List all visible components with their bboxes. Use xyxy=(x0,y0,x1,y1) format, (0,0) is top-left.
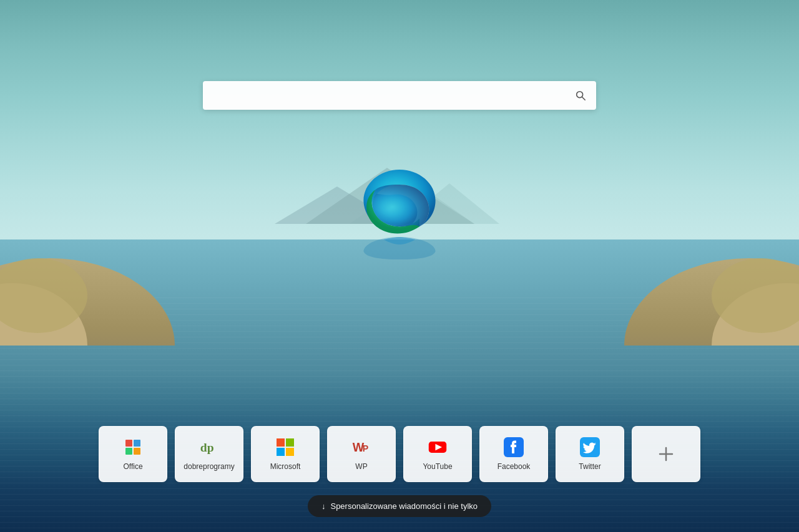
edge-logo xyxy=(350,160,449,259)
svg-text:P: P xyxy=(363,443,368,453)
svg-line-11 xyxy=(582,97,586,100)
quick-link-dobreprogramy[interactable]: dp dobreprogramy xyxy=(175,426,243,482)
main-content: Office dp dobreprogramy Microsoft xyxy=(0,0,799,532)
youtube-label: YouTube xyxy=(423,462,452,471)
twitter-label: Twitter xyxy=(579,462,600,471)
quick-link-wp[interactable]: W P WP xyxy=(327,426,396,482)
quick-link-add[interactable] xyxy=(632,426,700,482)
office-icon xyxy=(123,437,143,457)
bottom-notification-icon: ↓ xyxy=(321,501,326,511)
wp-icon: W P xyxy=(351,437,371,457)
quick-link-office[interactable]: Office xyxy=(99,426,167,482)
svg-point-10 xyxy=(577,92,583,98)
quick-link-twitter[interactable]: Twitter xyxy=(556,426,624,482)
svg-rect-18 xyxy=(286,438,294,447)
edge-logo-container xyxy=(350,160,449,259)
search-button[interactable] xyxy=(565,81,596,110)
office-label: Office xyxy=(123,462,142,471)
svg-rect-19 xyxy=(277,448,285,456)
dp-icon: dp xyxy=(199,437,219,457)
search-container xyxy=(203,81,596,110)
svg-rect-12 xyxy=(125,440,132,447)
bottom-notification-text: Spersonalizowane wiadomości i nie tylko xyxy=(330,501,478,511)
svg-rect-20 xyxy=(286,448,294,456)
quick-link-facebook[interactable]: Facebook xyxy=(479,426,548,482)
svg-rect-13 xyxy=(134,440,140,447)
facebook-icon xyxy=(504,437,524,457)
dobreprogramy-label: dobreprogramy xyxy=(184,462,234,471)
quick-link-youtube[interactable]: YouTube xyxy=(403,426,472,482)
quick-links: Office dp dobreprogramy Microsoft xyxy=(99,426,700,482)
youtube-icon xyxy=(428,437,448,457)
microsoft-icon xyxy=(275,437,295,457)
facebook-label: Facebook xyxy=(498,462,531,471)
quick-link-microsoft[interactable]: Microsoft xyxy=(251,426,320,482)
svg-rect-17 xyxy=(277,438,285,447)
svg-rect-15 xyxy=(134,448,140,455)
add-icon xyxy=(656,444,676,464)
microsoft-label: Microsoft xyxy=(270,462,301,471)
twitter-icon xyxy=(580,437,600,457)
search-input[interactable] xyxy=(203,81,596,110)
svg-rect-14 xyxy=(125,448,132,455)
wp-label: WP xyxy=(355,462,367,471)
bottom-notification[interactable]: ↓ Spersonalizowane wiadomości i nie tylk… xyxy=(308,495,491,517)
svg-text:dp: dp xyxy=(200,441,214,454)
